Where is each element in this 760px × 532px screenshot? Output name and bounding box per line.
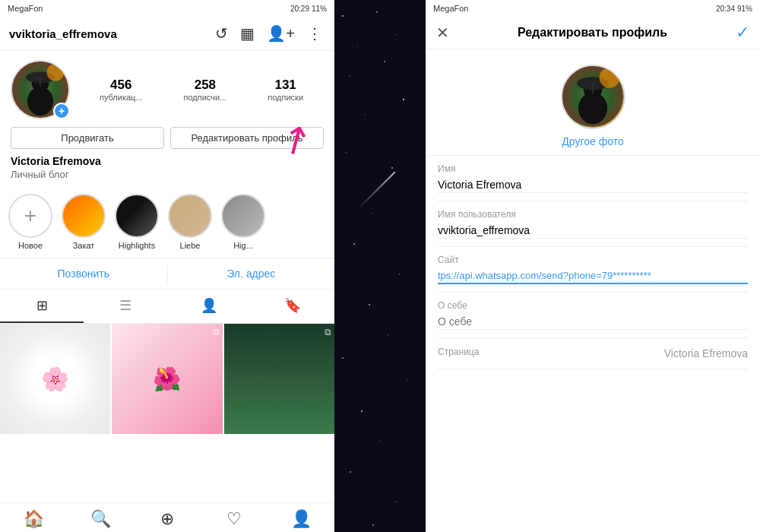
highlight-circle-new: + (8, 194, 52, 238)
grid-cell-3[interactable]: ⧉ (224, 324, 334, 434)
star (350, 76, 350, 77)
edit-profile-nav: ✕ Редактировать профиль ✓ (426, 17, 760, 49)
chart-icon[interactable]: ▦ (237, 21, 258, 46)
grass-image (224, 324, 334, 434)
history-icon[interactable]: ↺ (212, 21, 231, 46)
time-right: 20:34 (716, 5, 735, 13)
status-bar-left: MegaFon 20:29 11% (0, 0, 334, 17)
svg-point-5 (47, 64, 65, 81)
name-input[interactable] (438, 177, 748, 193)
highlight-circle-zakhat (62, 194, 106, 238)
field-name: Имя (438, 156, 748, 201)
svg-point-11 (599, 68, 619, 88)
night-sky-divider (334, 0, 426, 532)
highlight-label-more: Hig... (233, 241, 253, 250)
heart-nav[interactable]: ♡ (201, 509, 268, 529)
flower-image-2: 🌺 (112, 324, 222, 434)
call-link[interactable]: Позвонить (0, 258, 167, 289)
profile-section: + 456 публикац... 258 подписчи... 131 по… (0, 51, 334, 186)
add-nav[interactable]: ⊕ (134, 509, 201, 529)
bottom-nav: 🏠 🔍 ⊕ ♡ 👤 (0, 502, 334, 532)
highlight-more[interactable]: Hig... (220, 194, 266, 250)
plus-icon: + (24, 204, 36, 228)
home-nav[interactable]: 🏠 (0, 509, 67, 529)
edit-profile-button[interactable]: Редактировать профиль (170, 127, 324, 149)
profile-nav[interactable]: 👤 (268, 509, 334, 529)
edit-avatar[interactable] (561, 65, 625, 129)
name-label: Имя (438, 163, 748, 174)
edit-profile-content: Другое фото Имя Имя пользователя Сайт ← … (426, 49, 760, 532)
posts-stat: 456 публикац... (100, 78, 143, 102)
promote-button[interactable]: Продвигать (11, 127, 164, 149)
profile-name: Victoria Efremova (11, 155, 324, 167)
following-count: 131 (274, 78, 296, 93)
tab-bar: ⊞ ☰ 👤 🔖 (0, 290, 334, 324)
edit-profile-panel: MegaFon 20:34 91% ✕ Редактировать профил… (426, 0, 760, 532)
confirm-button[interactable]: ✓ (736, 23, 749, 43)
bio-input[interactable] (438, 314, 748, 330)
avatar-container[interactable]: + (11, 60, 70, 119)
star (365, 114, 366, 115)
star (376, 11, 378, 13)
action-links: Позвонить Эл. адрес (0, 258, 334, 290)
grid-cell-1[interactable]: 🌸 (0, 324, 110, 434)
website-input[interactable] (438, 268, 748, 284)
change-photo-link[interactable]: Другое фото (562, 135, 623, 147)
star (342, 357, 344, 359)
shooting-star (357, 172, 396, 211)
time-left: 20:29 (290, 5, 309, 13)
carrier-right: MegaFon (433, 4, 468, 13)
website-label: Сайт (438, 255, 748, 265)
tab-grid[interactable]: ⊞ (0, 290, 84, 323)
star (380, 441, 381, 442)
avatar-add-btn[interactable]: + (53, 103, 70, 119)
star (346, 152, 347, 153)
tab-tag[interactable]: 👤 (167, 290, 251, 323)
menu-icon[interactable]: ⋮ (304, 21, 325, 46)
highlight-label-zakhat: Закат (73, 241, 95, 250)
instagram-profile-panel: MegaFon 20:29 11% vviktoria_effremova ↺ … (0, 0, 334, 532)
tab-list[interactable]: ☰ (84, 290, 167, 323)
media-icon-2: ⧉ (325, 327, 331, 337)
highlight-liebe[interactable]: Liebe (167, 194, 213, 250)
highlight-new[interactable]: + Новое (8, 194, 53, 250)
highlight-label-new: Новое (18, 241, 43, 250)
highlight-zakhat[interactable]: Закат (61, 194, 106, 250)
status-bar-right: MegaFon 20:34 91% (426, 0, 760, 17)
star (395, 34, 396, 35)
username-input[interactable] (438, 223, 748, 239)
star (395, 502, 396, 502)
bio-label: О себе (438, 300, 748, 311)
star (391, 167, 393, 169)
star (372, 213, 373, 214)
field-page: Страница Victoria Efremova (438, 338, 748, 369)
tab-bookmark[interactable]: 🔖 (251, 290, 334, 323)
star (399, 274, 400, 274)
search-nav[interactable]: 🔍 (67, 509, 134, 529)
highlight-highlights[interactable]: Highlights (114, 194, 160, 250)
profile-bio: Личный блог (11, 169, 324, 180)
close-button[interactable]: ✕ (436, 24, 449, 42)
field-website: Сайт ← (438, 247, 748, 293)
grid-cell-2[interactable]: ⧉ 🌺 (112, 324, 222, 434)
followers-label: подписчи... (184, 93, 227, 102)
photo-grid: 🌸 ⧉ 🌺 ⧉ (0, 324, 334, 502)
highlight-circle-highlights (115, 194, 159, 238)
nav-username[interactable]: vviktoria_effremova (9, 27, 206, 40)
highlight-circle-more (221, 194, 265, 238)
pink-arrow-website: ← (426, 255, 427, 287)
highlight-label-highlights: Highlights (119, 241, 155, 250)
profile-row: + 456 публикац... 258 подписчи... 131 по… (11, 60, 324, 119)
top-nav-left: vviktoria_effremova ↺ ▦ 👤+ ⋮ (0, 17, 334, 51)
username-label: Имя пользователя (438, 209, 748, 220)
battery-left: 11% (312, 5, 327, 13)
add-user-icon[interactable]: 👤+ (264, 21, 298, 46)
posts-count: 456 (110, 78, 131, 93)
posts-label: публикац... (100, 93, 143, 102)
stats-row: 456 публикац... 258 подписчи... 131 подп… (79, 78, 324, 102)
field-bio: О себе (438, 293, 748, 338)
profile-buttons: Продвигать Редактировать профиль (11, 127, 324, 149)
battery-right: 91% (737, 5, 752, 13)
email-link[interactable]: Эл. адрес (168, 258, 335, 289)
following-stat: 131 подписки (268, 78, 303, 102)
